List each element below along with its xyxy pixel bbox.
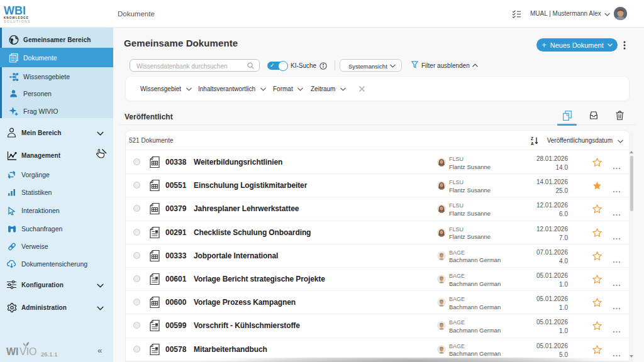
svg-text:VIO: VIO — [19, 346, 37, 357]
svg-text:Z: Z — [531, 136, 533, 141]
svg-text:WI: WI — [6, 346, 19, 357]
svg-text:A: A — [531, 141, 534, 146]
svg-text:26.1.1: 26.1.1 — [41, 351, 57, 358]
